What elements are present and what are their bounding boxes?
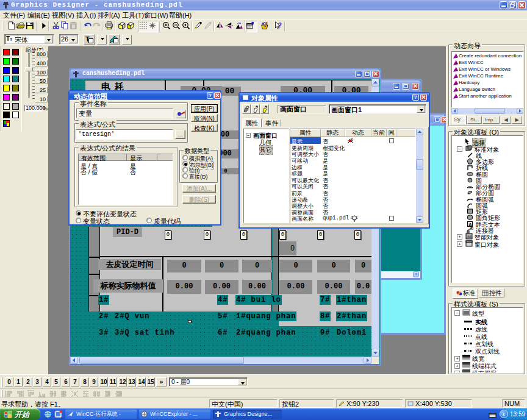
svg-text:?: ? (278, 22, 282, 29)
